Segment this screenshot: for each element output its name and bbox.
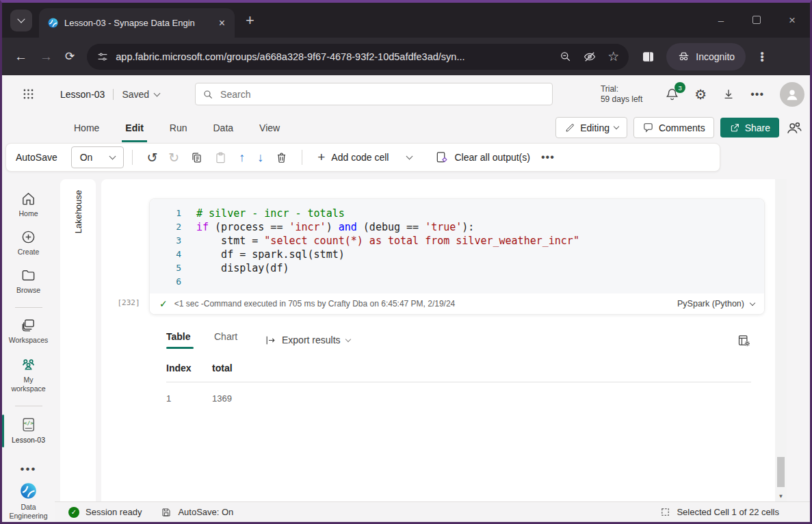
paste-icon[interactable] <box>214 151 227 164</box>
language-selector[interactable]: PySpark (Python) <box>677 299 755 309</box>
success-check-icon: ✓ <box>159 298 168 309</box>
maximize-icon <box>752 16 761 24</box>
move-up-icon[interactable]: ↑ <box>239 150 245 165</box>
divider <box>113 89 114 100</box>
close-button[interactable]: × <box>774 14 810 27</box>
notification-badge: 3 <box>675 82 685 93</box>
clear-all-outputs-button[interactable]: Clear all output(s) <box>435 150 530 164</box>
table-row: 11369 <box>166 382 751 404</box>
fabric-favicon <box>47 17 59 29</box>
menu-view[interactable]: View <box>256 113 283 142</box>
side-panel-icon[interactable] <box>641 50 655 64</box>
download-icon[interactable] <box>722 88 735 101</box>
sidebar-item-my-workspace[interactable]: My workspace <box>2 356 55 393</box>
scroll-down-icon[interactable]: ▼ <box>775 493 787 499</box>
results-tabs: Table Chart Export results <box>166 331 751 349</box>
sidebar-item-create[interactable]: Create <box>2 229 55 257</box>
sidebar-more-icon[interactable]: ••• <box>21 462 37 476</box>
code-line: 5 display(df) <box>150 261 764 275</box>
address-bar-row: ← → ⟳ app.fabric.microsoft.com/groups/a6… <box>2 38 810 75</box>
zoom-out-icon[interactable] <box>559 50 572 63</box>
code-line: 6 <box>150 275 764 289</box>
fabric-logo-icon <box>19 482 38 500</box>
site-info-icon[interactable] <box>96 51 109 63</box>
chevron-down-icon <box>154 90 161 96</box>
selection-icon <box>660 507 670 517</box>
reload-button[interactable]: ⟳ <box>65 49 75 64</box>
save-state-dropdown[interactable]: Saved <box>122 89 159 100</box>
chevron-down-icon <box>406 153 413 160</box>
document-title: Lesson-03 <box>60 89 105 100</box>
new-tab-button[interactable]: + <box>246 12 254 29</box>
move-down-icon[interactable]: ↓ <box>257 150 263 165</box>
export-results-button[interactable]: Export results <box>265 335 350 346</box>
sidebar-item-home[interactable]: Home <box>2 191 55 218</box>
notifications-button[interactable]: 3 <box>665 87 679 101</box>
maximize-button[interactable] <box>739 14 774 26</box>
result-rows: 11369 <box>166 382 751 404</box>
add-code-cell-button[interactable]: + Add code cell <box>317 150 412 165</box>
search-box[interactable] <box>195 83 553 105</box>
incognito-label: Incognito <box>696 51 735 62</box>
chevron-down-icon <box>345 336 350 341</box>
session-status: ✓ Session ready <box>68 507 142 518</box>
chevron-down-icon <box>109 153 116 160</box>
waffle-icon[interactable] <box>2 88 55 101</box>
share-button[interactable]: Share <box>720 118 779 137</box>
toolbar-row: AutoSave On ↺ ↻ ↑ ↓ + Add code cell <box>2 142 810 179</box>
search-input[interactable] <box>219 88 545 101</box>
workspaces-icon <box>21 317 36 333</box>
menu: Home Edit Run Data View <box>70 113 302 142</box>
hide-eye-icon[interactable] <box>583 50 597 64</box>
menu-home[interactable]: Home <box>70 113 103 142</box>
export-icon <box>265 335 276 346</box>
sidebar-item-data-engineering[interactable]: Data Engineering <box>2 482 55 521</box>
divider <box>15 307 42 308</box>
code-lines[interactable]: 1# silver - incr - totals2if (process ==… <box>150 199 764 293</box>
settings-gear-icon[interactable]: ⚙ <box>694 88 707 101</box>
forward-button[interactable]: → <box>40 49 53 64</box>
more-options-icon[interactable]: ••• <box>750 88 764 101</box>
menu-data[interactable]: Data <box>210 113 237 142</box>
autosave-dropdown[interactable]: On <box>71 146 125 168</box>
bookmark-star-icon[interactable]: ☆ <box>607 50 619 63</box>
sidebar-item-lesson-03[interactable]: </> Lesson-03 <box>2 416 55 445</box>
table-settings-icon[interactable] <box>737 333 751 348</box>
chevron-down-icon <box>750 300 755 305</box>
browser-menu-icon[interactable]: ••• <box>755 51 769 62</box>
menu-run[interactable]: Run <box>166 113 191 142</box>
code-line: 1# silver - incr - totals <box>150 207 764 220</box>
tab-search-button[interactable] <box>10 10 32 31</box>
notebook-scrollbar[interactable]: ▼ <box>775 179 787 501</box>
minimize-button[interactable]: – <box>703 14 739 26</box>
chevron-down-icon <box>17 15 25 23</box>
scrollbar-thumb[interactable] <box>777 457 785 487</box>
window-controls: – × <box>703 14 810 27</box>
avatar[interactable] <box>780 82 804 107</box>
autosave-label: AutoSave <box>16 152 57 163</box>
cell-wrapper: [232] 1# silver - incr - totals2if (proc… <box>101 179 775 315</box>
tab-table[interactable]: Table <box>166 331 194 349</box>
tab-chart[interactable]: Chart <box>214 331 241 349</box>
tab-close-icon[interactable]: × <box>216 16 228 30</box>
undo-icon[interactable]: ↺ <box>146 150 157 166</box>
sidebar-item-browse[interactable]: Browse <box>2 267 55 295</box>
comments-button[interactable]: Comments <box>633 117 714 138</box>
browser-tab[interactable]: Lesson-03 - Synapse Data Engin × <box>39 8 235 38</box>
people-icon[interactable] <box>785 119 803 137</box>
chevron-down-icon <box>614 124 619 129</box>
toolbar-more-icon[interactable]: ••• <box>541 151 555 163</box>
sidebar-item-workspaces[interactable]: Workspaces <box>2 317 55 345</box>
url-text: app.fabric.microsoft.com/groups/a668a328… <box>116 51 548 62</box>
copy-icon[interactable] <box>190 151 203 164</box>
editing-mode-button[interactable]: Editing <box>555 117 627 138</box>
fabric-app: Lesson-03 Saved Trial:59 days left 3 ⚙ •… <box>2 75 810 522</box>
address-bar[interactable]: app.fabric.microsoft.com/groups/a668a328… <box>87 44 629 70</box>
back-button[interactable]: ← <box>14 49 27 64</box>
incognito-spy-icon <box>677 50 690 63</box>
results-panel: Table Chart Export results Inde <box>166 331 751 404</box>
menu-edit[interactable]: Edit <box>122 113 146 142</box>
redo-icon[interactable]: ↻ <box>168 150 179 166</box>
delete-cell-icon[interactable] <box>275 151 288 164</box>
lakehouse-panel[interactable]: Lakehouse <box>60 179 96 501</box>
